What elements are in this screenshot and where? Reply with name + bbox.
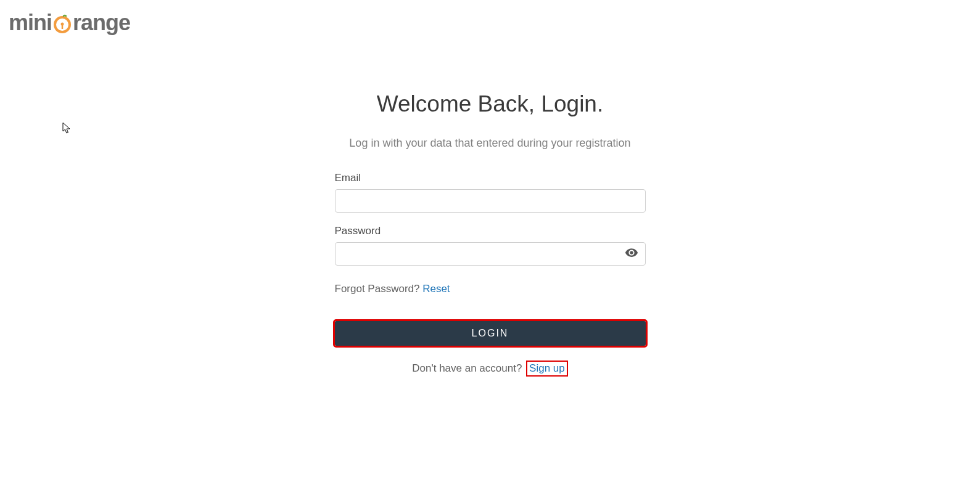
brand-logo: mini range [9, 10, 130, 36]
email-group: Email [335, 172, 646, 213]
page-title: Welcome Back, Login. [377, 91, 603, 117]
page-subtitle: Log in with your data that entered durin… [349, 137, 630, 150]
password-input[interactable] [335, 242, 646, 266]
logo-text-after: range [73, 10, 130, 36]
show-password-icon[interactable] [625, 246, 638, 262]
password-label: Password [335, 225, 646, 237]
forgot-password-text: Forgot Password? [335, 283, 423, 295]
reset-link[interactable]: Reset [422, 283, 450, 295]
password-group: Password [335, 225, 646, 266]
signup-link[interactable]: Sign up [526, 361, 568, 377]
email-input[interactable] [335, 189, 646, 213]
logo-text-before: mini [9, 10, 52, 36]
cursor-icon [62, 122, 72, 137]
forgot-password-row: Forgot Password? Reset [335, 283, 646, 295]
orange-logo-icon [52, 13, 72, 33]
login-panel: Welcome Back, Login. Log in with your da… [335, 91, 646, 377]
login-button[interactable]: LOGIN [335, 321, 646, 346]
signup-text: Don't have an account? [412, 362, 525, 374]
email-label: Email [335, 172, 646, 184]
signup-row: Don't have an account? Sign up [335, 361, 646, 377]
